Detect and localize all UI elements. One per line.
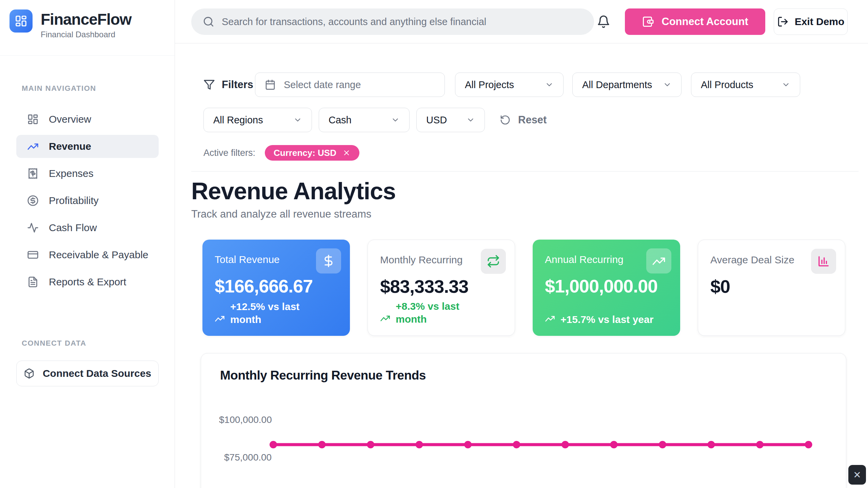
sidebar-nav: Overview Revenue Expenses Profitability xyxy=(16,108,159,298)
app-subtitle: Financial Dashboard xyxy=(41,30,132,39)
filters-label: Filters xyxy=(222,79,253,91)
data-point[interactable] xyxy=(367,441,374,448)
main-navigation-label: MAIN NAVIGATION xyxy=(22,84,96,93)
data-point[interactable] xyxy=(610,441,618,448)
kpi-trend-text: +12.5% vs last month xyxy=(230,300,310,326)
regions-dropdown[interactable]: All Regions xyxy=(203,108,312,132)
data-point[interactable] xyxy=(708,441,715,448)
connect-data-sources-button[interactable]: Connect Data Sources xyxy=(16,361,159,386)
products-dropdown[interactable]: All Products xyxy=(691,73,800,97)
app-logo-icon xyxy=(9,9,33,33)
departments-dropdown[interactable]: All Departments xyxy=(572,73,682,97)
mrr-line-chart xyxy=(201,353,847,488)
account-type-dropdown-value: Cash xyxy=(329,115,352,126)
sidebar-item-overview[interactable]: Overview xyxy=(16,108,159,131)
sidebar-item-cash-flow[interactable]: Cash Flow xyxy=(16,216,159,239)
bell-icon xyxy=(597,15,613,28)
chevron-down-icon xyxy=(466,116,475,124)
reset-filters-button[interactable]: Reset xyxy=(500,108,547,132)
active-filters-row: Active filters: Currency: USD xyxy=(203,145,359,161)
chevron-down-icon xyxy=(293,116,302,124)
dashboard-grid-icon xyxy=(27,114,39,125)
brand: FinanceFlow Financial Dashboard xyxy=(41,10,132,39)
receipt-icon xyxy=(27,168,39,179)
circle-dollar-icon xyxy=(27,195,39,206)
log-out-icon xyxy=(777,16,789,27)
projects-dropdown-value: All Projects xyxy=(465,79,514,90)
currency-dropdown-value: USD xyxy=(426,115,447,126)
calendar-icon xyxy=(265,79,276,90)
data-point[interactable] xyxy=(659,441,666,448)
kpi-card-total-revenue: Total Revenue $166,666.67 +12.5% vs last… xyxy=(202,240,350,336)
wallet-icon xyxy=(642,16,654,28)
trending-up-icon xyxy=(545,313,555,326)
projects-dropdown[interactable]: All Projects xyxy=(455,73,564,97)
overlay-close-button[interactable]: ✕ xyxy=(848,465,866,485)
data-point[interactable] xyxy=(464,441,472,448)
sidebar-item-label: Revenue xyxy=(49,141,91,152)
sidebar-item-label: Overview xyxy=(49,114,91,125)
data-point[interactable] xyxy=(270,441,277,448)
departments-dropdown-value: All Departments xyxy=(582,79,652,90)
dollar-icon xyxy=(316,248,341,273)
activity-icon xyxy=(27,222,39,233)
bar-chart-icon xyxy=(811,249,836,274)
kpi-value: $1,000,000.00 xyxy=(545,276,668,297)
kpi-cards-row: Total Revenue $166,666.67 +12.5% vs last… xyxy=(202,240,845,336)
page-title: Revenue Analytics xyxy=(191,178,396,205)
filters-heading: Filters xyxy=(203,73,253,97)
kpi-trend-text: +15.7% vs last year xyxy=(560,313,653,326)
account-type-dropdown[interactable]: Cash xyxy=(319,108,410,132)
kpi-trend: +15.7% vs last year xyxy=(545,313,653,326)
notifications-button[interactable] xyxy=(597,14,613,30)
sidebar-item-receivable-payable[interactable]: Receivable & Payable xyxy=(16,243,159,266)
connect-account-button[interactable]: Connect Account xyxy=(625,8,765,35)
sidebar-item-expenses[interactable]: Expenses xyxy=(16,162,159,185)
kpi-trend: +8.3% vs last month xyxy=(380,300,475,325)
data-point[interactable] xyxy=(561,441,569,448)
search-input[interactable] xyxy=(222,16,583,27)
exit-demo-label: Exit Demo xyxy=(795,16,845,27)
financeflow-app: FinanceFlow Financial Dashboard MAIN NAV… xyxy=(0,0,868,488)
exit-demo-button[interactable]: Exit Demo xyxy=(774,8,848,35)
remove-filter-icon[interactable] xyxy=(342,149,351,157)
chevron-down-icon xyxy=(663,80,672,89)
active-filters-label: Active filters: xyxy=(203,148,255,158)
sidebar-item-label: Profitability xyxy=(49,195,99,206)
credit-card-icon xyxy=(27,249,39,261)
close-icon: ✕ xyxy=(853,469,861,481)
trending-up-icon xyxy=(27,141,39,152)
sidebar-item-reports-export[interactable]: Reports & Export xyxy=(16,270,159,293)
trending-up-icon xyxy=(646,248,671,273)
connect-data-sources-label: Connect Data Sources xyxy=(43,368,151,379)
sidebar-item-label: Reports & Export xyxy=(49,276,126,288)
sidebar-item-label: Expenses xyxy=(49,168,94,179)
kpi-card-monthly-recurring: Monthly Recurring $83,333.33 +8.3% vs la… xyxy=(368,240,515,336)
section-divider xyxy=(191,171,859,171)
currency-dropdown[interactable]: USD xyxy=(416,108,485,132)
data-point[interactable] xyxy=(805,441,812,448)
kpi-trend-text: +8.3% vs last month xyxy=(396,300,475,325)
kpi-value: $166,666.67 xyxy=(215,276,338,297)
currency-filter-chip[interactable]: Currency: USD xyxy=(265,145,359,161)
data-point[interactable] xyxy=(513,441,520,448)
data-point[interactable] xyxy=(416,441,423,448)
date-range-input[interactable]: Select date range xyxy=(255,73,445,97)
data-point[interactable] xyxy=(318,441,326,448)
chevron-down-icon xyxy=(391,116,400,124)
products-dropdown-value: All Products xyxy=(701,79,753,90)
topbar: Connect Account Exit Demo xyxy=(175,0,868,43)
search-icon xyxy=(203,16,214,27)
search-bar[interactable] xyxy=(191,8,594,35)
kpi-value: $83,333.33 xyxy=(380,276,502,297)
data-point[interactable] xyxy=(756,441,764,448)
repeat-icon xyxy=(481,249,506,274)
sidebar-item-label: Cash Flow xyxy=(49,222,97,233)
sidebar-item-revenue[interactable]: Revenue xyxy=(16,135,159,158)
trending-up-icon xyxy=(215,313,225,326)
sidebar-item-profitability[interactable]: Profitability xyxy=(16,189,159,212)
connect-data-label: CONNECT DATA xyxy=(22,339,86,348)
sidebar: FinanceFlow Financial Dashboard MAIN NAV… xyxy=(0,0,175,488)
currency-chip-label: Currency: USD xyxy=(274,148,336,158)
kpi-trend: +12.5% vs last month xyxy=(215,300,310,326)
